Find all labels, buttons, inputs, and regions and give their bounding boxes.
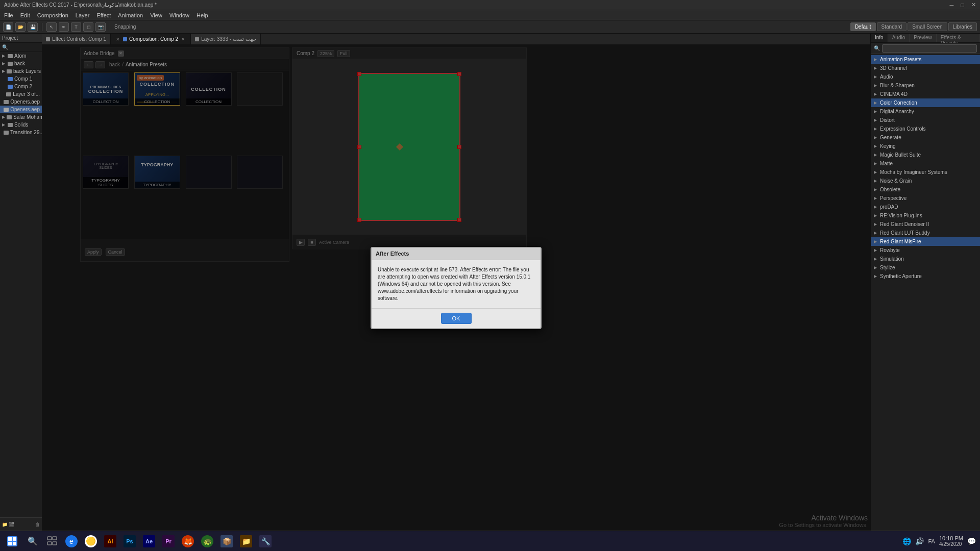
project-item-comp2[interactable]: Comp 2 — [0, 83, 42, 90]
effect-category-keying[interactable]: ▶ Keying — [871, 142, 980, 151]
folder-icon — [8, 62, 13, 66]
menu-restore[interactable]: □ — [961, 2, 964, 8]
taskbar-edge[interactable]: e — [62, 532, 81, 550]
project-item-salar[interactable]: ▶ Salar Mohamm... — [0, 113, 42, 121]
effect-category-prodad[interactable]: ▶ proDAD — [871, 203, 980, 211]
effect-category-expression[interactable]: ▶ Expression Controls — [871, 124, 980, 133]
effect-category-noise-grain[interactable]: ▶ Noise & Grain — [871, 177, 980, 185]
svg-rect-2 — [8, 542, 12, 545]
taskbar-start-button[interactable] — [2, 532, 22, 550]
toolbar-open[interactable]: 📂 — [15, 22, 26, 32]
menu-edit[interactable]: Edit — [20, 12, 30, 18]
taskbar-premiere[interactable]: Pr — [159, 532, 178, 550]
effect-category-stylize[interactable]: ▶ Stylize — [871, 263, 980, 272]
taskbar-task-view[interactable] — [43, 532, 61, 550]
taskbar-app4[interactable]: 📁 — [237, 532, 255, 550]
effect-category-rowbyte[interactable]: ▶ Rowbyte — [871, 246, 980, 255]
effect-category-simulation[interactable]: ▶ Simulation — [871, 255, 980, 263]
effect-category-animation-presets[interactable]: ▶ Animation Presets — [871, 55, 980, 64]
project-item-solids[interactable]: ▶ Solids — [0, 121, 42, 129]
tab-info[interactable]: Info — [871, 34, 888, 42]
toolbar-pen[interactable]: ✒ — [59, 22, 69, 32]
effect-category-mocha[interactable]: ▶ Mocha by Imagineer Systems — [871, 168, 980, 177]
project-delete[interactable]: 🗑 — [35, 522, 40, 527]
effect-category-revision[interactable]: ▶ RE:Vision Plug-ins — [871, 211, 980, 220]
effect-category-magic-bullet[interactable]: ▶ Magic Bullet Suite — [871, 151, 980, 159]
effect-category-perspective[interactable]: ▶ Perspective — [871, 194, 980, 203]
category-arrow: ▶ — [874, 187, 878, 192]
project-item-layer[interactable]: Layer 3 of... — [0, 90, 42, 98]
workspace-libraries[interactable]: Libraries — [948, 22, 977, 31]
tab-layer[interactable]: Layer: جهت تست - 3333 — [191, 34, 261, 45]
effects-search-icon: 🔍 — [874, 45, 880, 51]
effects-search-input[interactable] — [882, 44, 977, 53]
taskbar-app5[interactable]: 🔧 — [256, 532, 275, 550]
effect-category-generate[interactable]: ▶ Generate — [871, 133, 980, 142]
toolbar-select[interactable]: ↖ — [46, 22, 57, 32]
menu-help[interactable]: Help — [197, 12, 208, 18]
taskbar-app2[interactable]: 🐢 — [198, 532, 216, 550]
tab-close-btn[interactable]: ✕ — [115, 36, 121, 42]
taskbar-search-btn[interactable]: 🔍 — [23, 532, 42, 550]
workspace-small-screen[interactable]: Small Screen — [908, 22, 947, 31]
tab-comp2[interactable]: ✕ Composition: Comp 2 ✕ — [111, 34, 191, 45]
taskbar-illustrator[interactable]: Ai — [101, 532, 119, 550]
effect-category-digital-anarchy[interactable]: ▶ Digital Anarchy — [871, 107, 980, 116]
menu-minimize[interactable]: ─ — [950, 2, 954, 8]
taskbar-photoshop[interactable]: Ps — [120, 532, 139, 550]
toolbar-shape[interactable]: ◻ — [83, 22, 93, 32]
menu-file[interactable]: File — [4, 12, 13, 18]
effect-category-color-correction[interactable]: ▶ Color Correction — [871, 98, 980, 107]
project-new-folder[interactable]: 📁 — [2, 522, 8, 527]
effect-category-matte[interactable]: ▶ Matte — [871, 159, 980, 168]
project-item-openers1[interactable]: Openers.aep — [0, 98, 42, 106]
workspace-default[interactable]: Default — [850, 22, 876, 31]
toolbar-save[interactable]: 💾 — [28, 22, 38, 32]
effect-category-obsolete[interactable]: ▶ Obsolete — [871, 185, 980, 194]
effect-category-synthetic-aperture[interactable]: ▶ Synthetic Aperture — [871, 272, 980, 281]
tab-effect-controls[interactable]: Effect Controls: Comp 1 — [42, 34, 111, 45]
effect-category-red-giant-lut[interactable]: ▶ Red Giant LUT Buddy — [871, 229, 980, 237]
tab-preview[interactable]: Preview — [910, 34, 937, 42]
taskbar-ae[interactable]: Ae — [140, 532, 158, 550]
tab-effects-presets[interactable]: Effects & Presets — [937, 34, 980, 42]
right-panel: Info Audio Preview Effects & Presets 🔍 ▶… — [870, 34, 980, 531]
category-arrow: ▶ — [874, 109, 878, 114]
menu-window[interactable]: Window — [169, 12, 189, 18]
project-item-back[interactable]: ▶ back — [0, 60, 42, 67]
menu-view[interactable]: View — [150, 12, 162, 18]
menu-effect[interactable]: Effect — [96, 12, 111, 18]
category-arrow: ▶ — [874, 205, 878, 209]
workspace-standard[interactable]: Standard — [877, 22, 907, 31]
effect-category-red-giant-denoiser[interactable]: ▶ Red Giant Denoiser II — [871, 220, 980, 229]
project-item-transition[interactable]: Transition 29... — [0, 129, 42, 136]
project-item-back-layers[interactable]: ▶ back Layers — [0, 67, 42, 75]
effect-category-3d-channel[interactable]: ▶ 3D Channel — [871, 64, 980, 72]
toolbar-cam[interactable]: 📷 — [95, 22, 106, 32]
dialog-ok-button[interactable]: OK — [441, 313, 472, 324]
taskbar-app1[interactable]: 🦊 — [179, 532, 197, 550]
toolbar-text[interactable]: T — [71, 22, 81, 32]
category-arrow: ▶ — [874, 196, 878, 201]
menu-layer[interactable]: Layer — [76, 12, 90, 18]
taskbar-action-center[interactable]: 💬 — [967, 537, 976, 545]
toolbar-new[interactable]: 📄 — [3, 22, 13, 32]
toolbar: 📄 📂 💾 ↖ ✒ T ◻ 📷 Snapping Default Standar… — [0, 20, 980, 34]
project-item-comp1[interactable]: Comp 1 — [0, 75, 42, 83]
effect-category-audio[interactable]: ▶ Audio — [871, 72, 980, 81]
project-item-openers2[interactable]: Openers.aep — [0, 106, 42, 113]
tab-close-btn2[interactable]: ✕ — [180, 36, 186, 42]
effect-category-distort[interactable]: ▶ Distort — [871, 116, 980, 124]
menu-composition[interactable]: Composition — [37, 12, 68, 18]
effect-category-cinema4d[interactable]: ▶ CINEMA 4D — [871, 90, 980, 98]
tab-audio[interactable]: Audio — [888, 34, 910, 42]
effect-category-red-giant-misfire[interactable]: ▶ Red Giant MisFire — [871, 237, 980, 246]
project-item-atom[interactable]: ▶ Atom — [0, 52, 42, 60]
menu-close[interactable]: ✕ — [971, 2, 976, 8]
taskbar-app3[interactable]: 📦 — [217, 532, 236, 550]
effect-category-blur[interactable]: ▶ Blur & Sharpen — [871, 81, 980, 90]
taskbar-chrome[interactable]: 🟡 — [82, 532, 100, 550]
menu-animation[interactable]: Animation — [118, 12, 143, 18]
svg-rect-5 — [53, 537, 57, 540]
project-new-comp[interactable]: 🎬 — [9, 522, 14, 527]
